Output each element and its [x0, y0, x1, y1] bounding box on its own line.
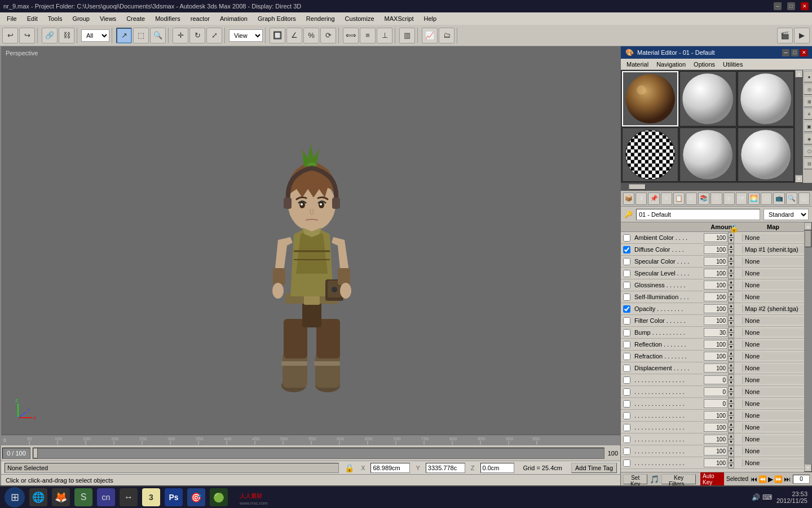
video-color-check-btn[interactable]: 📺 [773, 192, 784, 205]
select-by-name-button[interactable]: 🔍 [150, 28, 166, 43]
maximize-button[interactable]: □ [787, 2, 795, 10]
map-check-col[interactable] [621, 270, 632, 277]
map-checkbox[interactable] [623, 412, 630, 419]
taskbar-icon-s[interactable]: S [74, 488, 92, 506]
select-region-button[interactable]: ⬚ [133, 28, 149, 43]
map-amount-spinner[interactable]: ▲ ▼ [728, 327, 734, 338]
align-button[interactable]: ≡ [360, 28, 376, 43]
map-check-col[interactable] [621, 294, 632, 301]
map-amount[interactable]: ▲ ▼ [703, 268, 742, 279]
angle-snap[interactable]: ∠ [286, 28, 302, 43]
slots-btn-1[interactable]: ● [804, 71, 812, 82]
coord-y[interactable]: 3335.778c [426, 463, 465, 473]
view-select[interactable]: View [229, 29, 263, 42]
spinner-up[interactable]: ▲ [728, 422, 734, 427]
map-map-button[interactable]: None [742, 293, 804, 301]
menu-create[interactable]: Create [122, 14, 149, 23]
map-amount-spinner[interactable]: ▲ ▼ [728, 244, 734, 255]
reset-to-default-btn[interactable]: ✕ [661, 192, 672, 205]
map-amount-input[interactable] [704, 292, 727, 301]
maps-scroll-up[interactable]: ▲ [804, 222, 812, 230]
spinner-up[interactable]: ▲ [728, 433, 734, 439]
mat-type-select[interactable]: Standard [764, 209, 809, 220]
map-amount-input[interactable] [704, 399, 727, 408]
maps-scroll-track[interactable] [804, 230, 812, 464]
map-amount-input[interactable] [704, 458, 727, 467]
map-amount[interactable]: ▲ ▼ [703, 445, 742, 457]
spinner-snap[interactable]: ⟳ [320, 28, 336, 43]
start-button[interactable]: ⊞ [5, 487, 25, 507]
spinner-down[interactable]: ▼ [728, 392, 734, 397]
make-unique-btn[interactable]: ⧉ [686, 192, 697, 205]
map-amount[interactable]: ▲ ▼ [703, 410, 742, 421]
spinner-down[interactable]: ▼ [728, 238, 734, 243]
map-map-button[interactable]: None [742, 376, 804, 384]
map-check-col[interactable] [621, 317, 632, 325]
map-check-col[interactable] [621, 424, 632, 431]
spinner-up[interactable]: ▲ [728, 339, 734, 344]
make-material-copy-btn[interactable]: 📋 [673, 192, 685, 205]
coord-z[interactable]: 0.0cm [480, 463, 514, 473]
map-amount[interactable]: ▲ ▼ [703, 351, 742, 362]
spinner-up[interactable]: ▲ [728, 327, 734, 332]
timeline-thumb[interactable] [33, 448, 38, 458]
mat-menu-utilities[interactable]: Utilities [720, 60, 746, 68]
spinner-up[interactable]: ▲ [728, 232, 734, 238]
map-amount-spinner[interactable]: ▲ ▼ [728, 410, 734, 421]
minimize-button[interactable]: ─ [774, 2, 782, 10]
spinner-down[interactable]: ▼ [728, 368, 734, 374]
map-check-col[interactable] [621, 436, 632, 443]
curve-editor[interactable]: 📈 [422, 28, 438, 43]
move-button[interactable]: ✛ [173, 28, 188, 43]
sample-slot-4[interactable] [622, 128, 678, 182]
slots-btn-3[interactable]: ⊞ [804, 96, 812, 107]
map-checkbox[interactable] [623, 234, 630, 242]
key-mode-icon[interactable]: 🎵 [650, 475, 659, 484]
map-amount-spinner[interactable]: ▲ ▼ [728, 232, 734, 243]
menu-views[interactable]: Views [95, 14, 121, 23]
tray-icon-2[interactable]: ⌨ [762, 493, 772, 501]
rotate-button[interactable]: ↻ [189, 28, 205, 43]
coord-x[interactable]: 68.989cm [370, 463, 410, 473]
map-amount-spinner[interactable]: ▲ ▼ [728, 433, 734, 445]
map-amount[interactable]: ▲ ▼ [703, 386, 742, 397]
map-checkbox[interactable] [623, 270, 630, 277]
sample-uv-tiling-btn[interactable]: ⊡ [761, 192, 772, 205]
map-check-col[interactable] [621, 282, 632, 289]
map-check-col[interactable] [621, 459, 632, 467]
mat-name-input[interactable] [636, 209, 760, 220]
map-amount-input[interactable] [704, 352, 727, 361]
sample-slot-1[interactable] [622, 71, 678, 126]
spinner-down[interactable]: ▼ [728, 273, 734, 279]
map-amount[interactable]: ▲ ▼ [703, 279, 742, 291]
map-amount-spinner[interactable]: ▲ ▼ [728, 256, 734, 267]
map-map-button[interactable]: None [742, 257, 804, 265]
spinner-down[interactable]: ▼ [728, 439, 734, 445]
show-map-btn[interactable]: 🗺 [736, 192, 747, 205]
sample-slot-6[interactable] [738, 128, 794, 182]
mat-propagation-btn[interactable]: 🗂 [798, 192, 810, 205]
map-amount-input[interactable] [704, 446, 727, 456]
menu-graph-editors[interactable]: Graph Editors [253, 14, 301, 23]
map-amount-input[interactable] [704, 375, 727, 384]
spinner-up[interactable]: ▲ [728, 315, 734, 321]
menu-modifiers[interactable]: Modifiers [151, 14, 185, 23]
scale-button[interactable]: ⤢ [206, 28, 222, 43]
map-checkbox[interactable] [623, 282, 630, 289]
map-map-button[interactable]: None [742, 340, 804, 348]
close-button[interactable]: ✕ [801, 2, 809, 10]
timeline-scroll[interactable] [33, 448, 604, 459]
map-amount[interactable]: ▲ ▼ [703, 291, 742, 303]
map-amount-spinner[interactable]: ▲ ▼ [728, 374, 734, 386]
spinner-down[interactable]: ▼ [728, 321, 734, 326]
mat-editor-maximize[interactable]: □ [791, 49, 798, 56]
spinner-down[interactable]: ▼ [728, 285, 734, 291]
map-amount-spinner[interactable]: ▲ ▼ [728, 279, 734, 291]
map-amount-input[interactable] [704, 304, 727, 313]
map-map-button[interactable]: None [742, 352, 804, 360]
map-checkbox[interactable] [623, 258, 630, 265]
map-amount-spinner[interactable]: ▲ ▼ [728, 457, 734, 468]
map-amount-input[interactable] [704, 387, 727, 396]
select-link-button[interactable]: 🔗 [42, 28, 58, 43]
map-amount-input[interactable] [704, 435, 727, 444]
